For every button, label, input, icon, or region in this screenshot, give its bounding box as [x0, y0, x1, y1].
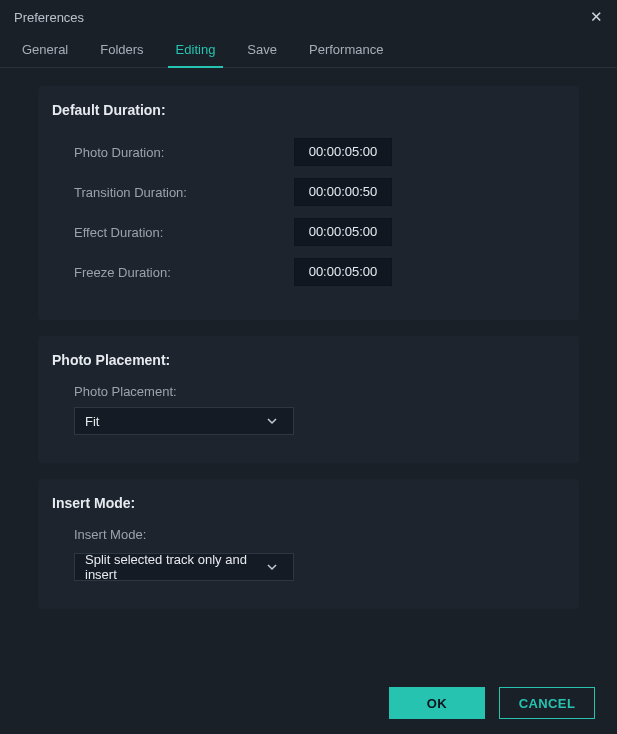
row-effect-duration: Effect Duration: 00:00:05:00	[52, 212, 565, 252]
select-value: Fit	[85, 414, 99, 429]
effect-duration-input[interactable]: 00:00:05:00	[294, 218, 392, 246]
tab-folders[interactable]: Folders	[84, 34, 159, 67]
tab-save[interactable]: Save	[231, 34, 293, 67]
freeze-duration-input[interactable]: 00:00:05:00	[294, 258, 392, 286]
dialog-footer: OK CANCEL	[0, 672, 617, 734]
section-title: Default Duration:	[52, 102, 565, 118]
cancel-button[interactable]: CANCEL	[499, 687, 595, 719]
section-insert-mode: Insert Mode: Insert Mode: Split selected…	[38, 479, 579, 609]
titlebar: Preferences ✕	[0, 0, 617, 34]
ok-button[interactable]: OK	[389, 687, 485, 719]
section-photo-placement: Photo Placement: Photo Placement: Fit	[38, 336, 579, 463]
row-freeze-duration: Freeze Duration: 00:00:05:00	[52, 252, 565, 292]
window-title: Preferences	[14, 10, 84, 25]
close-icon[interactable]: ✕	[589, 10, 603, 24]
insert-mode-select[interactable]: Split selected track only and insert	[74, 553, 294, 581]
tab-bar: General Folders Editing Save Performance	[0, 34, 617, 68]
section-title: Insert Mode:	[52, 495, 565, 511]
field-label: Transition Duration:	[74, 185, 274, 200]
field-label: Effect Duration:	[74, 225, 274, 240]
field-label: Freeze Duration:	[74, 265, 274, 280]
select-value: Split selected track only and insert	[85, 552, 265, 582]
photo-placement-select[interactable]: Fit	[74, 407, 294, 435]
tab-editing[interactable]: Editing	[160, 34, 232, 67]
field-label: Insert Mode:	[52, 525, 565, 550]
row-transition-duration: Transition Duration: 00:00:00:50	[52, 172, 565, 212]
transition-duration-input[interactable]: 00:00:00:50	[294, 178, 392, 206]
section-default-duration: Default Duration: Photo Duration: 00:00:…	[38, 86, 579, 320]
photo-duration-input[interactable]: 00:00:05:00	[294, 138, 392, 166]
tab-performance[interactable]: Performance	[293, 34, 399, 67]
tab-general[interactable]: General	[6, 34, 84, 67]
preferences-dialog: Preferences ✕ General Folders Editing Sa…	[0, 0, 617, 734]
content-area: Default Duration: Photo Duration: 00:00:…	[0, 68, 617, 672]
chevron-down-icon	[275, 562, 285, 572]
section-title: Photo Placement:	[52, 352, 565, 368]
row-photo-duration: Photo Duration: 00:00:05:00	[52, 132, 565, 172]
field-label: Photo Duration:	[74, 145, 274, 160]
field-label: Photo Placement:	[52, 382, 565, 407]
chevron-down-icon	[275, 416, 285, 426]
